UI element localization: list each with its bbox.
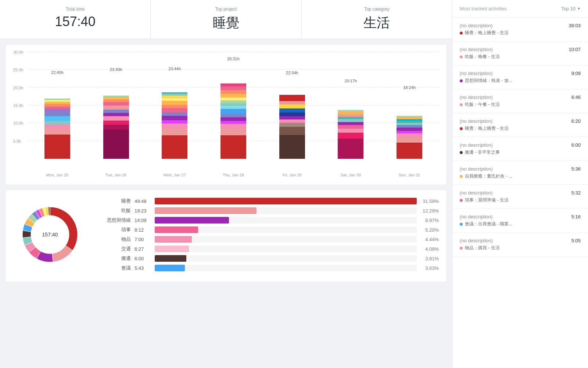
- category-name: 思想與情緒: [101, 217, 131, 224]
- category-name: 物品: [101, 236, 131, 243]
- activity-tag: 物品：購買 - 生活: [460, 245, 581, 251]
- top-category-label: Top category: [311, 7, 443, 12]
- activity-tag-text: 會議：出席會議 - 職業...: [465, 221, 512, 227]
- bar-segment: [397, 131, 422, 133]
- bar-segment: [279, 112, 305, 117]
- category-pct: 3.63%: [420, 265, 439, 271]
- bar-segment: [44, 112, 70, 116]
- category-bar-bg: [155, 246, 417, 252]
- activity-desc-text: (no description): [460, 118, 493, 124]
- activity-item: (no description) 6:00 搬遷 - 非平常之事: [452, 137, 588, 161]
- activity-time: 38:03: [569, 23, 581, 28]
- bar-segment: [220, 90, 246, 94]
- total-time-label: Total time: [9, 7, 141, 12]
- bar-segment: [338, 111, 363, 114]
- category-name: 睡覺: [101, 198, 131, 204]
- bar-segment: [162, 135, 187, 159]
- activity-item: (no description) 10:07 吃飯：晚餐 - 生活: [452, 42, 588, 65]
- bar-segment: [162, 120, 187, 124]
- category-name: 會議: [101, 265, 131, 271]
- bar-segment: [103, 97, 129, 100]
- category-bar-bg: [155, 217, 417, 224]
- category-name: 搬遷: [101, 255, 131, 262]
- activity-tag: 思想與情緒：執迷 - 放...: [460, 78, 581, 84]
- category-time: 19:23: [135, 208, 151, 214]
- category-pct: 3.81%: [420, 256, 439, 261]
- top-category-card: Top category 生活: [302, 0, 452, 39]
- bar-segment: [397, 137, 422, 142]
- panel-header: Most tracked activities Top 10 ▼: [452, 0, 588, 18]
- activity-tag: 吃飯：午餐 - 生活: [460, 101, 581, 108]
- bar-segment: [338, 139, 363, 159]
- panel-filter-dropdown[interactable]: Top 10 ▼: [561, 6, 581, 11]
- bar-segment: [44, 109, 70, 112]
- main-content: Total time 157:40 Top project 睡覺 Top cat…: [0, 0, 452, 368]
- right-panel: Most tracked activities Top 10 ▼ (no des…: [452, 0, 588, 368]
- top-project-value: 睡覺: [159, 14, 292, 32]
- category-bar-fill: [155, 265, 185, 271]
- activity-time: 9:09: [571, 71, 581, 76]
- bar-segment: [220, 86, 246, 90]
- bar-segment: [279, 127, 305, 135]
- activity-tag-text: 思想與情緒：執迷 - 放...: [465, 78, 512, 84]
- activity-dot: [460, 175, 463, 178]
- activity-desc: (no description) 5:05: [460, 238, 581, 243]
- category-name: 交通: [101, 246, 131, 252]
- activity-desc-text: (no description): [460, 94, 493, 100]
- bar-segment: [162, 112, 187, 116]
- activity-desc: (no description) 5:16: [460, 214, 581, 219]
- category-name: 吃飯: [101, 207, 131, 214]
- activity-dot: [460, 32, 463, 35]
- category-time: 8:12: [135, 227, 151, 233]
- bar-segment: [279, 116, 305, 119]
- bar-segment: [338, 114, 363, 117]
- activity-tag: 瑣事：晨間準備 - 生活: [460, 197, 581, 203]
- bar-segment: [220, 94, 246, 97]
- x-label: Sat, Jan 30: [334, 171, 367, 177]
- category-row: 搬遷 6:00 3.81%: [101, 255, 439, 262]
- top-project-label: Top project: [159, 7, 292, 12]
- top-project-card: Top project 睡覺: [151, 0, 301, 39]
- bar-segment: [220, 83, 246, 86]
- bar-label-top: 20:17h: [345, 79, 357, 83]
- category-bar-fill: [155, 198, 417, 204]
- bar-segment: [220, 117, 246, 121]
- activity-item: (no description) 5:05 物品：購買 - 生活: [452, 233, 588, 257]
- category-row: 瑣事 8:12 5.20%: [101, 226, 439, 233]
- activity-tag-text: 吃飯：午餐 - 生活: [465, 101, 500, 108]
- bar-label-top: 22:34h: [286, 71, 298, 75]
- activity-dot: [460, 151, 463, 154]
- bar-segment: [162, 101, 187, 105]
- category-time: 6:00: [135, 256, 151, 261]
- activity-item: (no description) 6:46 吃飯：午餐 - 生活: [452, 89, 588, 113]
- bar-segment: [338, 133, 363, 139]
- panel-filter-label: Top 10: [561, 6, 576, 11]
- panel-title: Most tracked activities: [460, 6, 507, 11]
- category-row: 物品 7:00 4.44%: [101, 236, 439, 243]
- activity-desc-text: (no description): [460, 71, 493, 76]
- category-pct: 4.09%: [420, 246, 439, 252]
- activity-desc-text: (no description): [460, 166, 493, 172]
- activity-dot: [460, 127, 463, 130]
- top-category-value: 生活: [311, 14, 443, 32]
- bar-group: 22:34h: [276, 79, 309, 159]
- activity-dot: [460, 199, 463, 202]
- category-row: 吃飯 19:23 12.29%: [101, 207, 439, 214]
- bar-segment: [220, 103, 246, 106]
- activity-dot: [460, 56, 463, 58]
- activity-dot: [460, 79, 463, 82]
- chart-section: 30.0h25.0h20.0h15.0h10.0h5.0h22:40h23:30…: [6, 45, 446, 185]
- bar-segment: [220, 114, 246, 117]
- activity-time: 5:16: [571, 214, 581, 219]
- bar-segment: [220, 106, 246, 109]
- activity-item: (no description) 6:20 睡覺：晚上睡覺 - 生活: [452, 113, 588, 137]
- activity-tag-text: 物品：購買 - 生活: [465, 245, 500, 251]
- activity-desc: (no description) 5:32: [460, 190, 581, 196]
- bar-segment: [162, 96, 187, 98]
- chevron-down-icon: ▼: [577, 7, 581, 11]
- activity-time: 6:20: [571, 118, 581, 124]
- activity-desc: (no description) 6:00: [460, 142, 581, 148]
- bar-segment: [220, 109, 246, 114]
- activity-tag: 睡覺：晚上睡覺 - 生活: [460, 125, 581, 132]
- x-label: Sun, Jan 31: [393, 171, 426, 177]
